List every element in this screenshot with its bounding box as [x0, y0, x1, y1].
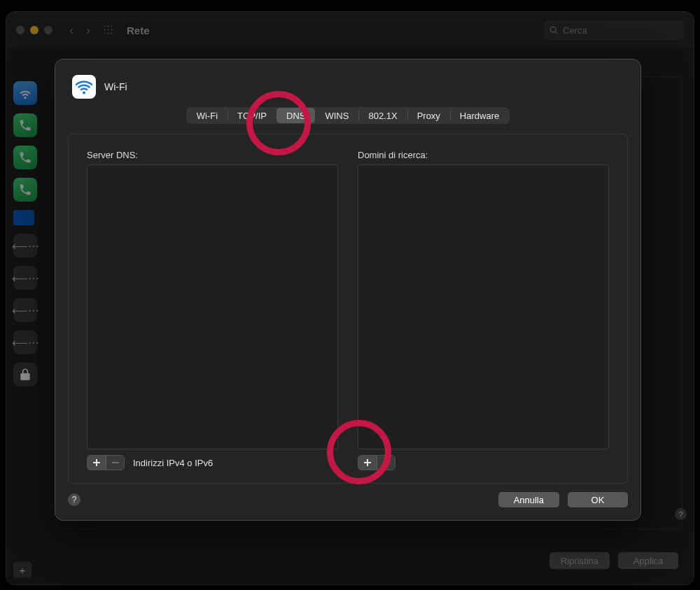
- dns-add-button[interactable]: [88, 456, 106, 470]
- minus-icon: [382, 458, 391, 467]
- sidebar-item-phone-2[interactable]: [13, 146, 37, 169]
- search-domains-stepper: [358, 455, 396, 470]
- nav-arrows: ‹ ›: [69, 23, 90, 38]
- phone-icon: [18, 118, 32, 132]
- dns-remove-button[interactable]: [106, 456, 124, 470]
- search-icon: [550, 26, 559, 35]
- dns-panel: Server DNS: Indirizzi IPv4 o IPv6 Domini…: [68, 134, 628, 484]
- sidebar-item-wifi[interactable]: [13, 81, 37, 105]
- search-domains-add-button[interactable]: [358, 456, 377, 470]
- search-domains-column: Domini di ricerca:: [358, 150, 609, 470]
- sheet-title: Wi-Fi: [104, 81, 127, 92]
- tab-wifi[interactable]: Wi-Fi: [187, 108, 227, 123]
- dns-hint: Indirizzi IPv4 o IPv6: [133, 458, 213, 468]
- sidebar-item-service-1[interactable]: ⟵⋯: [13, 234, 37, 258]
- dns-servers-column: Server DNS: Indirizzi IPv4 o IPv6: [87, 150, 338, 470]
- close-window-button[interactable]: [16, 26, 24, 34]
- sidebar-item-selected[interactable]: [13, 210, 34, 225]
- dns-servers-stepper: [87, 455, 125, 470]
- sidebar-item-service-4[interactable]: ⟵⋯: [13, 330, 37, 354]
- svg-rect-0: [112, 462, 119, 463]
- sidebar-item-service-2[interactable]: ⟵⋯: [13, 266, 37, 290]
- search-domains-label: Domini di ricerca:: [358, 150, 609, 160]
- help-button[interactable]: ?: [68, 493, 80, 506]
- sidebar-lock[interactable]: [13, 363, 37, 386]
- tab-hardware[interactable]: Hardware: [450, 108, 509, 123]
- window-footer: Ripristina Applica: [550, 552, 678, 569]
- tab-tcpip[interactable]: TCP/IP: [227, 108, 276, 123]
- lock-icon: [18, 367, 32, 381]
- search-domains-list[interactable]: [358, 164, 609, 449]
- window-controls: [16, 26, 52, 34]
- zoom-window-button[interactable]: [44, 26, 52, 34]
- wifi-icon: [76, 78, 92, 95]
- wifi-icon: [18, 86, 32, 100]
- plus-icon: [92, 458, 101, 467]
- tab-8021x[interactable]: 802.1X: [358, 108, 407, 123]
- phone-icon: [18, 150, 32, 164]
- sidebar-item-phone-1[interactable]: [13, 113, 37, 137]
- svg-rect-1: [383, 462, 390, 463]
- titlebar: ‹ › Rete Cerca: [6, 12, 694, 48]
- tab-dns[interactable]: DNS: [276, 108, 315, 123]
- sheet-header: Wi-Fi: [55, 59, 640, 104]
- sidebar-item-phone-3[interactable]: [13, 178, 37, 202]
- minimize-window-button[interactable]: [30, 26, 38, 34]
- search-domains-remove-button[interactable]: [377, 456, 395, 470]
- minus-icon: [111, 458, 120, 467]
- dns-servers-label: Server DNS:: [87, 150, 338, 160]
- ok-button[interactable]: OK: [568, 492, 628, 507]
- cancel-button[interactable]: Annulla: [498, 492, 559, 507]
- phone-icon: [18, 183, 32, 197]
- network-sidebar: ⟵⋯ ⟵⋯ ⟵⋯ ⟵⋯ +: [6, 48, 50, 584]
- tab-bar: Wi-FiTCP/IPDNSWINS802.1XProxyHardware: [55, 104, 640, 124]
- wifi-advanced-sheet: Wi-Fi Wi-FiTCP/IPDNSWINS802.1XProxyHardw…: [55, 59, 641, 521]
- forward-button[interactable]: ›: [86, 23, 90, 38]
- grid-icon[interactable]: [103, 24, 114, 36]
- search-field[interactable]: Cerca: [544, 20, 684, 40]
- tab-proxy[interactable]: Proxy: [407, 108, 450, 123]
- apply-button[interactable]: Applica: [618, 552, 678, 569]
- sheet-footer: ? Annulla OK: [55, 492, 640, 520]
- back-button[interactable]: ‹: [69, 23, 74, 38]
- help-button-bg[interactable]: ?: [675, 508, 687, 520]
- sidebar-add-button[interactable]: +: [13, 562, 31, 577]
- plus-icon: [363, 458, 372, 467]
- window-title: Rete: [127, 24, 150, 36]
- revert-button[interactable]: Ripristina: [550, 552, 610, 569]
- search-placeholder: Cerca: [563, 25, 587, 36]
- wifi-app-icon: [72, 75, 96, 99]
- sidebar-item-service-3[interactable]: ⟵⋯: [13, 298, 37, 322]
- dns-servers-list[interactable]: [87, 164, 338, 449]
- tab-wins[interactable]: WINS: [315, 108, 358, 123]
